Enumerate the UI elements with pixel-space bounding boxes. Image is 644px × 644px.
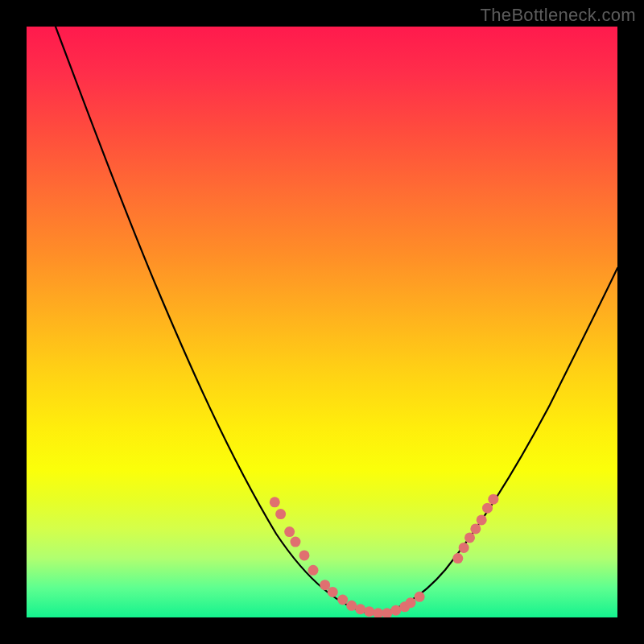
chart-container: TheBottleneck.com xyxy=(0,0,644,644)
curve-marker xyxy=(270,497,280,507)
curve-marker xyxy=(477,514,487,525)
curve-marker xyxy=(299,550,309,560)
curve-marker xyxy=(308,565,318,576)
curve-markers xyxy=(27,27,617,617)
watermark-text: TheBottleneck.com xyxy=(481,5,636,26)
curve-marker xyxy=(355,604,365,614)
curve-marker xyxy=(284,526,295,537)
curve-marker xyxy=(275,509,286,519)
curve-marker xyxy=(464,532,475,543)
plot-area xyxy=(27,27,617,617)
curve-marker xyxy=(482,503,493,514)
curve-marker xyxy=(320,580,330,590)
curve-marker xyxy=(459,543,469,553)
curve-marker xyxy=(382,608,392,617)
curve-marker xyxy=(337,594,348,605)
curve-marker xyxy=(290,537,300,547)
curve-marker xyxy=(364,606,374,617)
curve-marker xyxy=(415,592,425,602)
curve-marker xyxy=(406,597,416,608)
curve-marker xyxy=(470,523,481,534)
curve-marker xyxy=(328,587,338,597)
curve-marker xyxy=(452,553,463,564)
curve-marker xyxy=(488,494,498,505)
